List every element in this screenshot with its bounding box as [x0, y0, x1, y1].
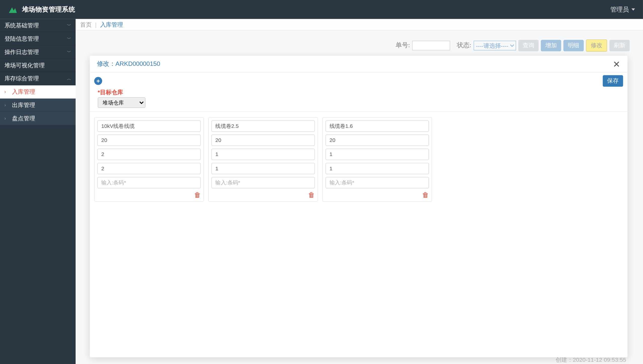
breadcrumb-current[interactable]: 入库管理: [100, 21, 123, 29]
item-field-1[interactable]: [326, 134, 429, 146]
sidebar-item-label: 库存综合管理: [5, 75, 39, 83]
item-field-2[interactable]: [97, 149, 201, 160]
trash-icon[interactable]: 🗑: [308, 191, 315, 199]
content: 单号: 状态: ----请选择---- 查询 增加 明细 修改 刷新 创建：20…: [76, 30, 643, 364]
breadcrumb: 首页 | 入库管理: [76, 19, 643, 31]
chevron-right-icon: ›: [5, 89, 6, 94]
top-header: 堆场物资管理系统 管理员: [0, 0, 643, 19]
sidebar-item-login[interactable]: 登陆信息管理 ﹀: [0, 32, 76, 46]
item-name-input[interactable]: [97, 120, 201, 132]
brand: 堆场物资管理系统: [8, 5, 75, 14]
item-name-input[interactable]: [326, 120, 429, 132]
edit-modal: 修改：ARKD00000150 ✕ + 保存 *目标仓库 堆场仓库: [90, 56, 627, 357]
sidebar: 系统基础管理 ﹀ 登陆信息管理 ﹀ 操作日志管理 ﹀ 堆场可视化管理 库存综合管…: [0, 19, 76, 364]
add-row-button[interactable]: +: [94, 77, 102, 85]
sidebar-item-visual[interactable]: 堆场可视化管理: [0, 59, 76, 72]
trash-icon[interactable]: 🗑: [422, 191, 429, 199]
item-name-input[interactable]: [211, 120, 315, 132]
sidebar-item-label: 系统基础管理: [5, 21, 39, 29]
breadcrumb-sep: |: [95, 21, 97, 28]
breadcrumb-home[interactable]: 首页: [80, 21, 92, 29]
chevron-down-icon: ﹀: [67, 49, 71, 55]
modal-title: 修改：ARKD00000150: [97, 60, 160, 68]
logo-icon: [8, 6, 18, 14]
chevron-down-icon: ﹀: [67, 22, 71, 29]
item-field-3[interactable]: [326, 163, 429, 174]
chevron-down-icon: ﹀: [67, 36, 71, 42]
chevron-right-icon: ›: [5, 102, 6, 107]
sidebar-item-inventory[interactable]: 库存综合管理 ︿: [0, 72, 76, 85]
target-warehouse-section: *目标仓库 堆场仓库: [90, 87, 627, 112]
sidebar-sub-label: 盘点管理: [12, 114, 35, 122]
item-barcode-input[interactable]: [211, 177, 315, 188]
item-field-1[interactable]: [97, 134, 201, 146]
item-field-2[interactable]: [211, 149, 315, 160]
item-field-2[interactable]: [326, 149, 429, 160]
item-barcode-input[interactable]: [326, 177, 429, 188]
target-warehouse-select[interactable]: 堆场仓库: [98, 97, 145, 108]
sidebar-sub-label: 出库管理: [12, 101, 35, 109]
app-title: 堆场物资管理系统: [22, 5, 75, 14]
user-label: 管理员: [610, 6, 629, 14]
sidebar-sub-outbound[interactable]: › 出库管理: [0, 99, 76, 112]
item-card: 🗑: [322, 117, 432, 202]
user-menu[interactable]: 管理员: [610, 6, 635, 14]
sidebar-sub-inbound[interactable]: › 入库管理: [0, 85, 76, 99]
item-card: 🗑: [94, 117, 204, 202]
item-field-3[interactable]: [211, 163, 315, 174]
item-field-1[interactable]: [211, 134, 315, 146]
sidebar-item-system[interactable]: 系统基础管理 ﹀: [0, 19, 76, 32]
target-warehouse-label: *目标仓库: [98, 88, 620, 96]
sidebar-item-label: 堆场可视化管理: [5, 61, 45, 69]
trash-icon[interactable]: 🗑: [194, 191, 201, 199]
sidebar-item-label: 操作日志管理: [5, 48, 39, 56]
sidebar-sub-label: 入库管理: [12, 88, 35, 96]
modal-header: 修改：ARKD00000150 ✕: [90, 56, 627, 73]
caret-down-icon: [631, 8, 635, 11]
cards-row: 🗑 🗑: [90, 112, 627, 207]
chevron-right-icon: ›: [5, 116, 6, 121]
item-card: 🗑: [208, 117, 318, 202]
chevron-up-icon: ︿: [67, 75, 71, 82]
modal-toolbar: + 保存: [90, 73, 627, 87]
item-field-3[interactable]: [97, 163, 201, 174]
main-area: 首页 | 入库管理 单号: 状态: ----请选择---- 查询 增加 明细 修…: [76, 19, 643, 364]
sidebar-item-logs[interactable]: 操作日志管理 ﹀: [0, 45, 76, 59]
save-button[interactable]: 保存: [603, 75, 623, 87]
sidebar-item-label: 登陆信息管理: [5, 35, 39, 43]
close-icon[interactable]: ✕: [613, 60, 620, 68]
sidebar-sub-stocktake[interactable]: › 盘点管理: [0, 112, 76, 125]
item-barcode-input[interactable]: [97, 177, 201, 188]
